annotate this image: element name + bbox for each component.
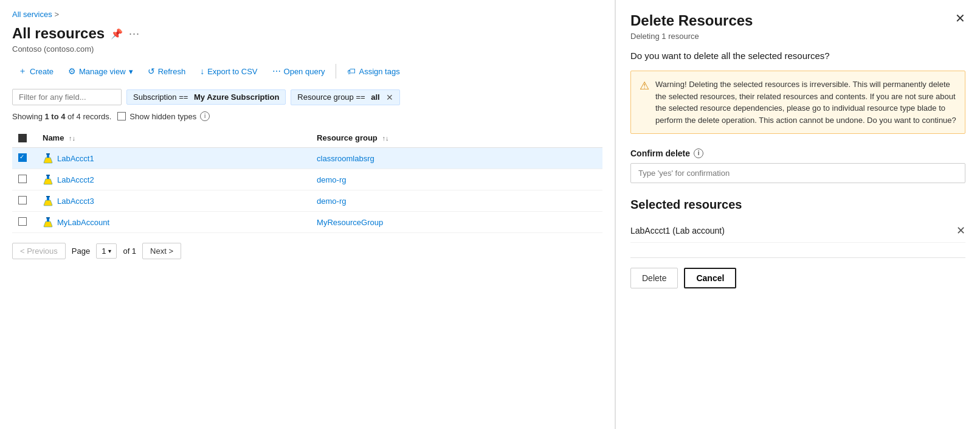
select-all-checkbox[interactable] (18, 134, 27, 142)
confirm-info-icon[interactable]: i (694, 148, 703, 158)
resource-group-link[interactable]: classroomlabsrg (317, 154, 374, 163)
rg-sort-icon[interactable]: ↑↓ (382, 134, 388, 142)
lab-account-icon (43, 217, 53, 228)
create-button[interactable]: ＋ Create (12, 62, 60, 80)
hidden-types-info-icon[interactable]: i (200, 111, 210, 121)
svg-rect-5 (46, 196, 50, 197)
toolbar: ＋ Create ⚙ Manage view ▾ ↺ Refresh ↓ Exp… (12, 62, 602, 80)
panel-title: Delete Resources (630, 12, 753, 29)
page-chevron-icon: ▾ (108, 248, 111, 254)
toolbar-divider (336, 64, 336, 78)
assign-tags-button[interactable]: 🏷 Assign tags (341, 63, 405, 80)
resource-group-filter-tag: Resource group == all ✕ (291, 89, 399, 105)
page-title: All resources (12, 25, 105, 42)
close-panel-button[interactable]: ✕ (955, 12, 965, 24)
warning-icon: ⚠ (640, 79, 649, 126)
selected-resource-item: LabAccct1 (Lab account) ✕ (630, 219, 965, 243)
table-row: LabAccct3demo-rg (12, 190, 602, 212)
page-subtitle: Contoso (contoso.com) (12, 44, 602, 54)
warning-box: ⚠ Warning! Deleting the selected resourc… (630, 71, 965, 134)
svg-rect-3 (46, 175, 50, 176)
refresh-icon: ↺ (148, 66, 155, 76)
resource-group-link[interactable]: demo-rg (317, 175, 346, 184)
page-select[interactable]: 1 ▾ (96, 243, 117, 259)
lab-account-icon (43, 153, 53, 164)
resource-group-cell: demo-rg (311, 190, 602, 212)
show-hidden-types-checkbox[interactable] (117, 112, 126, 120)
pagination: < Previous Page 1 ▾ of 1 Next > (12, 243, 602, 259)
delete-button[interactable]: Delete (630, 268, 678, 288)
resource-group-cell: classroomlabsrg (311, 148, 602, 169)
more-options-icon[interactable]: ··· (129, 27, 140, 40)
filters-row: Subscription == My Azure Subscription Re… (12, 89, 602, 105)
warning-text: Warning! Deleting the selected resources… (655, 78, 956, 126)
pin-icon[interactable]: 📌 (111, 28, 123, 40)
table-body: ✓ LabAccct1classroomlabsrg LabAccct2demo… (12, 148, 602, 233)
left-panel: All services All resources 📌 ··· Contoso… (0, 0, 615, 429)
table-row: ✓ LabAccct1classroomlabsrg (12, 148, 602, 169)
show-hidden-types-label: Show hidden types i (117, 111, 210, 121)
table-header-row: Name ↑↓ Resource group ↑↓ (12, 128, 602, 148)
lab-account-icon (43, 195, 53, 206)
page-title-row: All resources 📌 ··· (12, 25, 602, 42)
download-icon: ↓ (200, 66, 204, 76)
next-button[interactable]: Next > (142, 243, 181, 259)
table-row: LabAccct2demo-rg (12, 169, 602, 190)
records-info: Showing 1 to 4 of 4 records. Show hidden… (12, 111, 602, 121)
chevron-down-icon: ▾ (129, 67, 133, 76)
resource-name-cell: LabAccct2 (36, 169, 311, 190)
lab-account-icon (43, 174, 53, 185)
resource-group-link[interactable]: MyResourceGroup (317, 218, 383, 227)
open-query-button[interactable]: ⋯ Open query (266, 63, 331, 80)
gear-icon: ⚙ (68, 66, 76, 76)
row-checkbox[interactable] (18, 175, 27, 183)
panel-subtitle: Deleting 1 resource (630, 32, 965, 41)
select-all-header (12, 128, 36, 148)
confirm-label: Confirm delete i (630, 148, 965, 158)
svg-rect-1 (46, 153, 50, 155)
name-column-header[interactable]: Name ↑↓ (36, 128, 311, 148)
subscription-filter-tag: Subscription == My Azure Subscription (126, 89, 286, 105)
plus-icon: ＋ (18, 66, 27, 77)
tag-icon: 🏷 (347, 66, 356, 76)
table-row: MyLabAccountMyResourceGroup (12, 212, 602, 233)
resource-name-link[interactable]: MyLabAccount (57, 218, 109, 227)
export-csv-button[interactable]: ↓ Export to CSV (194, 63, 263, 80)
manage-view-button[interactable]: ⚙ Manage view ▾ (62, 63, 139, 80)
panel-question: Do you want to delete all the selected r… (630, 51, 965, 61)
panel-footer: Delete Cancel (630, 257, 965, 288)
resource-name-cell: LabAccct1 (36, 148, 311, 169)
confirm-delete-input[interactable] (630, 163, 965, 183)
resource-name-link[interactable]: LabAccct2 (57, 175, 94, 184)
query-icon: ⋯ (272, 66, 281, 76)
remove-resource-group-filter[interactable]: ✕ (386, 92, 393, 102)
resource-group-link[interactable]: demo-rg (317, 197, 346, 206)
resource-table: Name ↑↓ Resource group ↑↓ ✓ LabAccct1cla… (12, 128, 602, 233)
cancel-button[interactable]: Cancel (684, 268, 736, 288)
resource-name-cell: LabAccct3 (36, 190, 311, 212)
resource-name-cell: MyLabAccount (36, 212, 311, 233)
selected-resources-title: Selected resources (630, 198, 965, 212)
delete-resources-panel: Delete Resources ✕ Deleting 1 resource D… (615, 0, 980, 429)
remove-selected-resource-button[interactable]: ✕ (956, 224, 965, 237)
svg-rect-7 (46, 217, 50, 218)
panel-header: Delete Resources ✕ (630, 12, 965, 29)
refresh-button[interactable]: ↺ Refresh (142, 63, 192, 80)
previous-button[interactable]: < Previous (12, 243, 66, 259)
filter-input[interactable] (12, 89, 122, 105)
name-sort-icon[interactable]: ↑↓ (69, 134, 75, 142)
row-checkbox[interactable] (18, 217, 27, 226)
row-checkbox[interactable]: ✓ (18, 153, 27, 162)
resource-name-link[interactable]: LabAccct1 (57, 154, 94, 163)
resource-name-link[interactable]: LabAccct3 (57, 197, 94, 206)
breadcrumb[interactable]: All services (12, 10, 602, 19)
resource-group-cell: demo-rg (311, 169, 602, 190)
row-checkbox[interactable] (18, 196, 27, 204)
resource-group-cell: MyResourceGroup (311, 212, 602, 233)
resource-group-column-header[interactable]: Resource group ↑↓ (311, 128, 602, 148)
